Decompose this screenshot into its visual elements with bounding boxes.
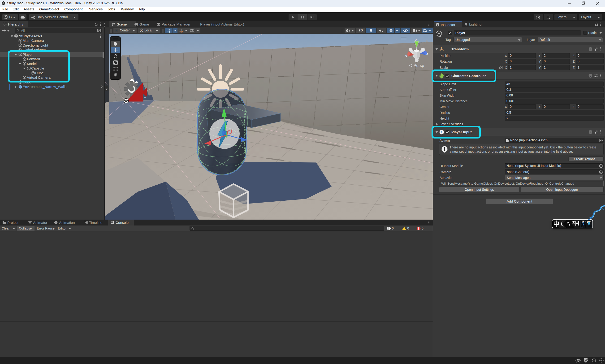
svg-text:x: x: [405, 54, 407, 58]
svg-text:Persp: Persp: [413, 63, 424, 68]
svg-text:z: z: [426, 52, 428, 55]
svg-text:Y: Y: [169, 30, 170, 33]
svg-text:?: ?: [590, 74, 591, 78]
svg-text:?: ?: [590, 130, 591, 134]
svg-text:?: ?: [590, 48, 591, 51]
